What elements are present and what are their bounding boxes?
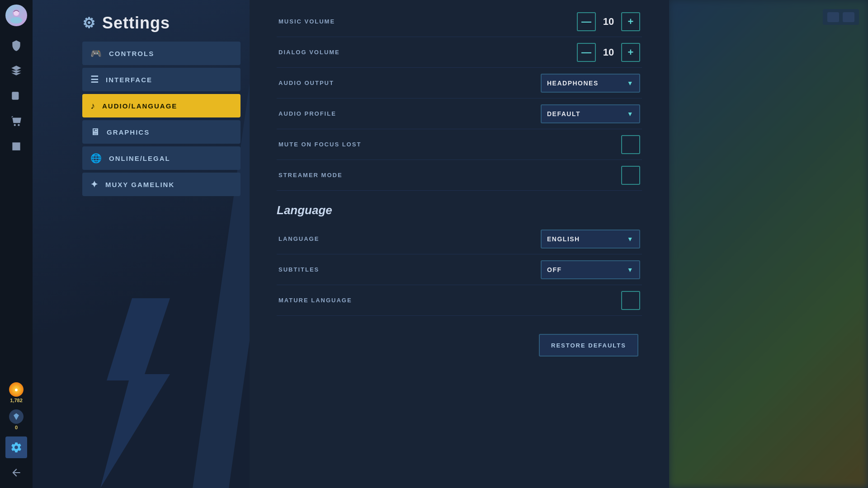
music-volume-decrease[interactable]: — (577, 12, 596, 31)
nav-label-graphics: GRAPHICS (107, 128, 150, 136)
gear-icon: ⚙ (82, 14, 96, 32)
svg-rect-4 (14, 94, 17, 95)
music-volume-value: 10 (596, 16, 621, 28)
muxy-icon: ✦ (90, 179, 99, 190)
nav-label-interface: INTERFACE (106, 76, 152, 84)
svg-point-7 (18, 124, 19, 126)
content-scroll[interactable]: MUSIC VOLUME — 10 + DIALOG VOLUME — 10 +… (250, 6, 669, 488)
nav-item-controls[interactable]: 🎮 CONTROLS (82, 42, 241, 65)
subtitles-value: OFF (547, 266, 562, 273)
audio-profile-arrow: ▼ (627, 110, 634, 117)
nav-label-controls: CONTROLS (109, 50, 154, 57)
setting-row-streamer-mode: STREAMER MODE (277, 160, 642, 191)
mature-language-checkbox[interactable] (621, 291, 640, 310)
dialog-volume-increase[interactable]: + (621, 43, 640, 62)
streamer-mode-checkbox[interactable] (621, 166, 640, 185)
sidebar-item-cart[interactable] (5, 110, 27, 132)
audio-output-arrow: ▼ (627, 80, 634, 87)
icon-bar: ● 1,782 0 (0, 0, 33, 488)
language-dropdown[interactable]: ENGLISH ▼ (541, 230, 640, 249)
graphics-icon: 🖥 (90, 127, 100, 137)
setting-row-language: LANGUAGE ENGLISH ▼ (277, 224, 642, 254)
language-arrow: ▼ (627, 235, 634, 243)
avatar[interactable] (5, 5, 27, 26)
setting-row-audio-output: AUDIO OUTPUT HEADPHONES ▼ (277, 68, 642, 99)
gold-currency-icon: ● (9, 382, 24, 397)
currency2-value: 0 (15, 425, 18, 430)
setting-row-audio-profile: AUDIO PROFILE DEFAULT ▼ (277, 99, 642, 129)
online-icon: 🌐 (90, 153, 103, 164)
setting-row-music-volume: MUSIC VOLUME — 10 + (277, 6, 642, 37)
setting-row-subtitles: SUBTITLES OFF ▼ (277, 254, 642, 285)
interface-icon: ☰ (90, 74, 99, 85)
dialog-volume-stepper: — 10 + (577, 43, 640, 62)
audio-profile-label: AUDIO PROFILE (278, 110, 336, 117)
music-volume-stepper: — 10 + (577, 12, 640, 31)
audio-output-label: AUDIO OUTPUT (278, 80, 334, 86)
nav-menu: 🎮 CONTROLS ☰ INTERFACE ♪ AUDIO/LANGUAGE … (33, 42, 250, 196)
restore-defaults-button[interactable]: RESTORE DEFAULTS (539, 334, 638, 357)
settings-panel: ⚙ Settings 🎮 CONTROLS ☰ INTERFACE ♪ AUDI… (33, 0, 250, 488)
audio-profile-value: DEFAULT (547, 110, 580, 117)
background-blur (669, 0, 868, 488)
music-volume-increase[interactable]: + (621, 12, 640, 31)
music-volume-label: MUSIC VOLUME (278, 18, 335, 25)
currency2-block: 0 (9, 409, 24, 430)
sidebar-item-settings[interactable] (5, 436, 27, 458)
svg-point-6 (14, 124, 16, 126)
nav-label-audio-language: AUDIO/LANGUAGE (102, 102, 177, 110)
streamer-mode-label: STREAMER MODE (278, 172, 343, 178)
audio-output-value: HEADPHONES (547, 80, 599, 87)
sidebar-item-scroll[interactable] (5, 85, 27, 107)
language-section-header: Language (277, 191, 642, 224)
lightning-decoration (60, 298, 204, 488)
sidebar-item-cube[interactable] (5, 60, 27, 81)
controls-icon: 🎮 (90, 48, 103, 59)
nav-item-graphics[interactable]: 🖥 GRAPHICS (82, 120, 241, 144)
gem-currency-icon (9, 409, 24, 424)
audio-profile-dropdown[interactable]: DEFAULT ▼ (541, 104, 640, 123)
nav-item-interface[interactable]: ☰ INTERFACE (82, 68, 241, 91)
language-value: ENGLISH (547, 235, 580, 243)
svg-point-1 (10, 17, 22, 23)
sidebar-item-book[interactable] (5, 136, 27, 157)
mature-language-label: MATURE LANGUAGE (278, 297, 352, 304)
mute-focus-checkbox[interactable] (621, 135, 640, 154)
subtitles-arrow: ▼ (627, 266, 634, 273)
dialog-volume-value: 10 (596, 47, 621, 58)
sidebar-item-shield[interactable] (5, 34, 27, 56)
audio-icon: ♪ (90, 101, 96, 111)
main-content: MUSIC VOLUME — 10 + DIALOG VOLUME — 10 +… (250, 0, 669, 488)
nav-item-online-legal[interactable]: 🌐 ONLINE/LEGAL (82, 146, 241, 170)
nav-label-online-legal: ONLINE/LEGAL (109, 155, 170, 162)
audio-output-dropdown[interactable]: HEADPHONES ▼ (541, 74, 640, 93)
sidebar-item-back[interactable] (5, 462, 27, 483)
right-background (669, 0, 868, 488)
mute-focus-label: MUTE ON FOCUS LOST (278, 141, 361, 148)
settings-title-text: Settings (102, 14, 170, 33)
nav-item-audio-language[interactable]: ♪ AUDIO/LANGUAGE (82, 94, 241, 117)
nav-item-muxy-gamelink[interactable]: ✦ MUXY GAMELINK (82, 173, 241, 196)
subtitles-label: SUBTITLES (278, 266, 319, 273)
setting-row-mature-language: MATURE LANGUAGE (277, 285, 642, 316)
dialog-volume-decrease[interactable]: — (577, 43, 596, 62)
currency-value: 1,782 (10, 398, 23, 403)
svg-rect-5 (14, 95, 17, 96)
currency-block: ● 1,782 (9, 382, 24, 403)
language-label: LANGUAGE (278, 235, 319, 242)
dialog-volume-label: DIALOG VOLUME (278, 49, 340, 56)
nav-label-muxy-gamelink: MUXY GAMELINK (105, 181, 175, 188)
setting-row-mute-focus: MUTE ON FOCUS LOST (277, 129, 642, 160)
subtitles-dropdown[interactable]: OFF ▼ (541, 260, 640, 279)
settings-title: ⚙ Settings (33, 0, 250, 42)
setting-row-dialog-volume: DIALOG VOLUME — 10 + (277, 37, 642, 68)
